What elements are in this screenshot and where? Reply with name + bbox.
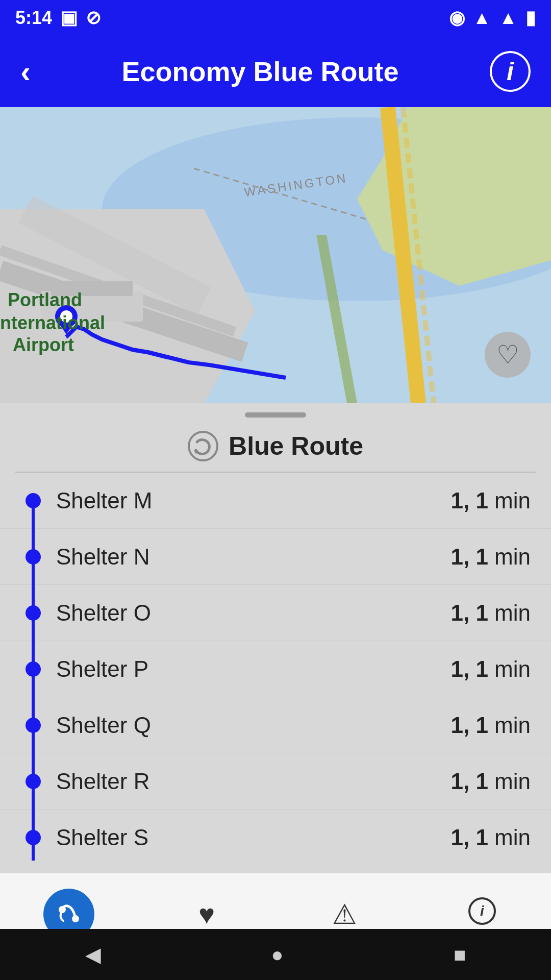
stop-name: Shelter Q (56, 713, 450, 738)
info-circle-icon: i (468, 897, 496, 925)
stop-time: 1, 1 min (450, 656, 531, 682)
status-time: 5:14 (15, 7, 52, 29)
android-home-button[interactable]: ● (271, 943, 283, 966)
stop-dot (26, 493, 41, 508)
drag-handle[interactable] (0, 403, 551, 423)
heart-outline-icon: ♡ (496, 340, 519, 370)
stop-line-container (20, 529, 46, 585)
stop-time: 1, 1 min (450, 713, 531, 738)
stop-line-container (20, 585, 46, 641)
stop-item[interactable]: Shelter R 1, 1 min (0, 753, 551, 810)
svg-text:i: i (480, 903, 485, 919)
stop-name: Shelter N (56, 544, 450, 570)
stop-time: 1, 1 min (450, 769, 531, 794)
stop-time: 1, 1 min (450, 544, 531, 570)
app-header: ‹ Economy Blue Route i (0, 36, 551, 107)
stop-name: Shelter S (56, 825, 450, 850)
routes-icon (54, 899, 84, 929)
info-nav-icon: i (468, 897, 496, 931)
android-recents-button[interactable]: ■ (454, 943, 466, 966)
stop-line-container (20, 641, 46, 697)
handle-bar (245, 412, 306, 418)
stop-time: 1, 1 min (450, 825, 531, 850)
route-type-icon (188, 431, 218, 461)
svg-text:nternational: nternational (0, 312, 105, 333)
android-nav-bar: ◀ ● ■ (0, 929, 551, 980)
stop-line-container (20, 697, 46, 753)
stop-dot (26, 605, 41, 621)
android-back-button[interactable]: ◀ (85, 943, 101, 966)
stop-name: Shelter P (56, 656, 450, 682)
map-area[interactable]: WASHINGTON Portland nternational Airport… (0, 107, 551, 403)
stop-item[interactable]: Shelter M 1, 1 min (0, 473, 551, 529)
route-header: Blue Route (15, 423, 536, 473)
stop-line-container (20, 473, 46, 529)
stop-name: Shelter M (56, 488, 450, 513)
bottom-sheet: Blue Route Shelter M 1, 1 min Shelter N … (0, 403, 551, 873)
map-svg: WASHINGTON Portland nternational Airport (0, 107, 551, 403)
info-header-button[interactable]: i (490, 51, 531, 92)
do-not-disturb-icon: ⊘ (86, 7, 101, 29)
stop-line-container (20, 810, 46, 861)
svg-text:Airport: Airport (13, 334, 74, 355)
stop-dot (26, 662, 41, 677)
stop-name: Shelter O (56, 600, 450, 626)
status-bar: 5:14 ▣ ⊘ ◉ ▲ ▲ ▮ (0, 0, 551, 36)
stop-dot (26, 718, 41, 733)
stop-item[interactable]: Shelter S 1, 1 min (0, 810, 551, 861)
alerts-icon: ⚠ (332, 898, 357, 930)
back-button[interactable]: ‹ (20, 54, 31, 89)
route-name: Blue Route (229, 431, 363, 461)
stop-dot (26, 830, 41, 845)
location-icon: ◉ (449, 7, 465, 29)
stop-item[interactable]: Shelter O 1, 1 min (0, 585, 551, 641)
page-title: Economy Blue Route (31, 56, 490, 87)
sim-icon: ▣ (60, 7, 78, 29)
svg-text:Portland: Portland (8, 289, 82, 310)
battery-icon: ▮ (525, 7, 536, 29)
stop-time: 1, 1 min (450, 488, 531, 513)
stop-line-container (20, 753, 46, 810)
svg-point-20 (189, 432, 217, 460)
favorites-icon: ♥ (198, 898, 215, 930)
stop-time: 1, 1 min (450, 600, 531, 626)
favorite-map-button[interactable]: ♡ (485, 332, 531, 378)
stop-name: Shelter R (56, 769, 450, 794)
stop-dot (26, 549, 41, 565)
stop-item[interactable]: Shelter P 1, 1 min (0, 641, 551, 697)
stop-item[interactable]: Shelter N 1, 1 min (0, 529, 551, 585)
wifi-icon: ▲ (473, 7, 491, 29)
stop-item[interactable]: Shelter Q 1, 1 min (0, 697, 551, 753)
stop-list: Shelter M 1, 1 min Shelter N 1, 1 min Sh… (0, 473, 551, 861)
signal-icon: ▲ (499, 7, 517, 29)
stop-dot (26, 774, 41, 789)
